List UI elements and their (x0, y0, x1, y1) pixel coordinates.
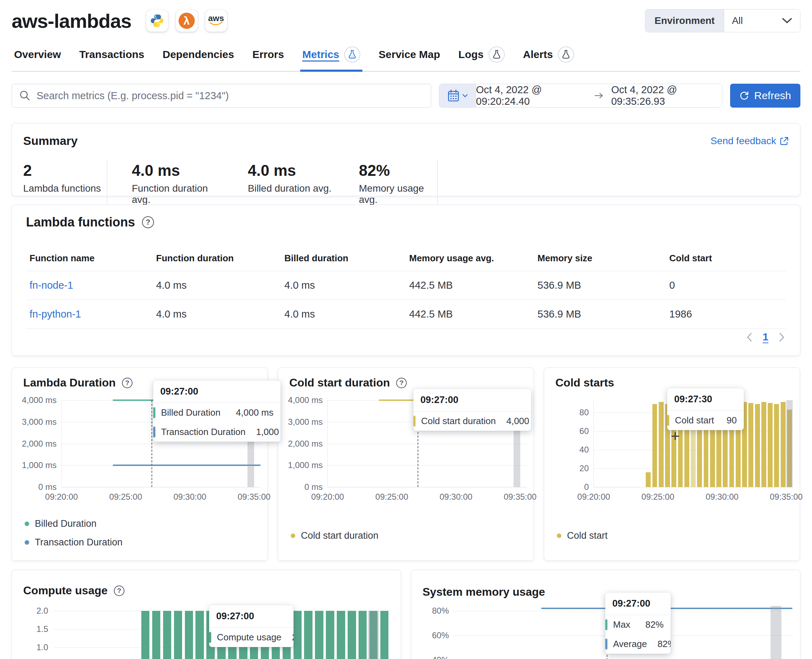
beaker-icon (489, 46, 505, 63)
lambda-functions-panel: Lambda functions ? Function name Functio… (12, 205, 800, 356)
pagination: 1 (747, 331, 785, 343)
date-start[interactable]: Oct 4, 2022 @ 09:20:24.40 (476, 84, 587, 107)
legend-billed-duration[interactable]: Billed Duration (25, 518, 123, 529)
lambda-duration-panel: Lambda Duration ? 4,000 ms3,000 ms2,000 … (12, 367, 268, 561)
apm-service-page: aws-lambdas λ aws (0, 0, 812, 659)
page-number[interactable]: 1 (763, 331, 768, 343)
col-function-name: Function name (26, 248, 156, 271)
stat-memory-usage: 82% Memory usage avg. (347, 160, 437, 205)
help-icon[interactable]: ? (122, 378, 132, 388)
chart-tooltip: 09:27:00 Billed Duration 4,000 ms Transa… (153, 380, 280, 442)
legend-transaction-duration[interactable]: Transaction Duration (25, 537, 123, 548)
legend-cold-start[interactable]: Cold start (557, 530, 608, 541)
chart-tooltip: 09:27:00 Compute usage 2.0 (209, 605, 294, 647)
stat-function-duration: 4.0 ms Function duration avg. (107, 160, 223, 205)
external-link-icon (780, 136, 789, 146)
chevron-down-icon (782, 17, 792, 24)
controls-row: Oct 4, 2022 @ 09:20:24.40 Oct 4, 2022 @ … (12, 84, 800, 107)
tab-transactions[interactable]: Transactions (79, 46, 144, 71)
col-memory-size: Memory size (537, 248, 669, 271)
col-function-duration: Function duration (156, 248, 284, 271)
environment-select[interactable]: Environment All (645, 9, 800, 32)
chart-tooltip: 09:27:30 Cold start 90 (667, 388, 744, 430)
tab-dependencies[interactable]: Dependencies (163, 46, 234, 71)
tab-alerts[interactable]: Alerts (523, 46, 574, 71)
crosshair-cursor: + (671, 428, 680, 444)
charts-row: Lambda Duration ? 4,000 ms3,000 ms2,000 … (12, 367, 800, 561)
help-icon[interactable]: ? (114, 585, 124, 596)
chart-title: Compute usage (23, 584, 107, 597)
cold-starts-panel: Cold starts 80604020009:20:0009:25:0009:… (544, 367, 800, 561)
chevron-left-icon[interactable] (747, 333, 752, 342)
help-icon[interactable]: ? (142, 216, 154, 228)
date-range-picker: Oct 4, 2022 @ 09:20:24.40 Oct 4, 2022 @ … (439, 84, 722, 107)
calendar-icon (447, 89, 460, 102)
beaker-icon (558, 46, 574, 63)
function-link[interactable]: fn-python-1 (30, 308, 81, 320)
legend-cold-start-duration[interactable]: Cold start duration (291, 530, 379, 541)
summary-stats: 2 Lambda functions 4.0 ms Function durat… (23, 160, 789, 205)
date-end[interactable]: Oct 4, 2022 @ 09:35:26.93 (611, 84, 722, 107)
tab-errors[interactable]: Errors (252, 46, 284, 71)
service-badges: λ aws (146, 10, 227, 32)
header: aws-lambdas λ aws (12, 0, 800, 32)
bottom-charts-row: Compute usage ? 2.01.51.0 09:27:00 Compu… (12, 570, 800, 659)
col-cold-start: Cold start (669, 248, 786, 271)
chart-title: Cold starts (555, 376, 614, 389)
python-icon (146, 10, 168, 32)
tab-bar: Overview Transactions Dependencies Error… (12, 46, 800, 72)
col-memory-usage: Memory usage avg. (409, 248, 537, 271)
col-billed-duration: Billed duration (284, 248, 409, 271)
tab-logs[interactable]: Logs (458, 46, 505, 71)
calendar-button[interactable] (439, 84, 476, 107)
beaker-icon (344, 46, 360, 63)
aws-icon: aws (205, 10, 227, 32)
search-input[interactable] (36, 90, 424, 102)
stat-billed-duration: 4.0 ms Billed duration avg. (223, 160, 347, 205)
environment-value[interactable]: All (724, 9, 800, 32)
chevron-right-icon[interactable] (779, 333, 785, 342)
chart-tooltip: 09:27:00 Max 82% Average 82% (605, 593, 671, 654)
function-link[interactable]: fn-node-1 (30, 279, 73, 291)
chart-title: Lambda Duration (23, 376, 116, 389)
lambda-icon: λ (176, 10, 198, 32)
refresh-button[interactable]: Refresh (730, 84, 800, 107)
page-title: aws-lambdas (12, 9, 131, 32)
cold-start-duration-panel: Cold start duration ? 4,000 ms3,000 ms2,… (278, 367, 534, 561)
system-memory-panel: System memory usage 80%60%40% 09:27:00 M… (411, 570, 800, 659)
search-box[interactable] (12, 84, 431, 107)
refresh-icon (739, 91, 749, 101)
chart-title: System memory usage (423, 585, 545, 599)
arrow-right-icon (595, 92, 603, 99)
chevron-down-icon (462, 94, 468, 98)
date-range: Oct 4, 2022 @ 09:20:24.40 Oct 4, 2022 @ … (476, 84, 722, 107)
divider (437, 160, 437, 205)
summary-title: Summary (23, 134, 78, 148)
tab-overview[interactable]: Overview (14, 46, 61, 71)
stat-lambda-functions: 2 Lambda functions (23, 160, 107, 205)
help-icon[interactable]: ? (396, 378, 407, 388)
chart-tooltip: 09:27:00 Cold start duration 4,000 ms (413, 389, 531, 431)
summary-panel: Summary Send feedback 2 Lambda functions… (12, 123, 800, 196)
search-icon (19, 90, 31, 102)
chart-title: Cold start duration (289, 376, 390, 389)
table-row: fn-node-1 4.0 ms 4.0 ms 442.5 MB 536.9 M… (26, 271, 786, 300)
environment-label: Environment (645, 9, 724, 32)
lambda-functions-table: Function name Function duration Billed d… (26, 248, 786, 329)
table-row: fn-python-1 4.0 ms 4.0 ms 442.5 MB 536.9… (26, 300, 786, 329)
lambda-functions-title: Lambda functions (26, 215, 135, 230)
tab-service-map[interactable]: Service Map (379, 46, 440, 71)
tab-metrics[interactable]: Metrics (302, 46, 360, 71)
send-feedback-link[interactable]: Send feedback (710, 134, 789, 148)
compute-usage-panel: Compute usage ? 2.01.51.0 09:27:00 Compu… (12, 570, 401, 659)
